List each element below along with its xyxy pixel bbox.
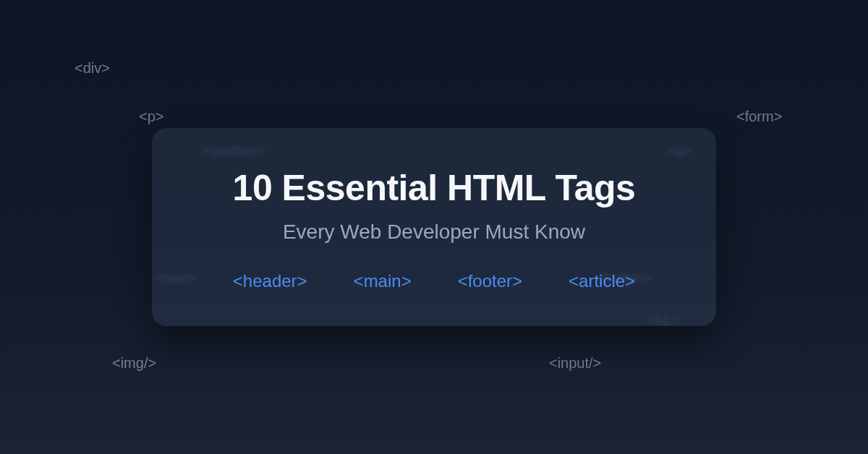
- accent-tag-row: <header> <main> <footer> <article>: [187, 271, 681, 291]
- accent-tag-article: <article>: [569, 271, 635, 291]
- hero-title: 10 Essential HTML Tags: [187, 167, 681, 209]
- bg-tag-img: <img/>: [112, 355, 156, 372]
- accent-tag-main: <main>: [354, 271, 412, 291]
- bg-tag-input: <input/>: [549, 355, 601, 372]
- accent-tag-header: <header>: [233, 271, 307, 291]
- bg-tag-div: <div>: [75, 60, 110, 77]
- accent-tag-footer: <footer>: [458, 271, 522, 291]
- hero-subtitle: Every Web Developer Must Know: [187, 220, 681, 244]
- bg-tag-form: <form>: [736, 108, 782, 125]
- hero-card: 10 Essential HTML Tags Every Web Develop…: [152, 128, 716, 326]
- bg-tag-p: <p>: [139, 108, 163, 125]
